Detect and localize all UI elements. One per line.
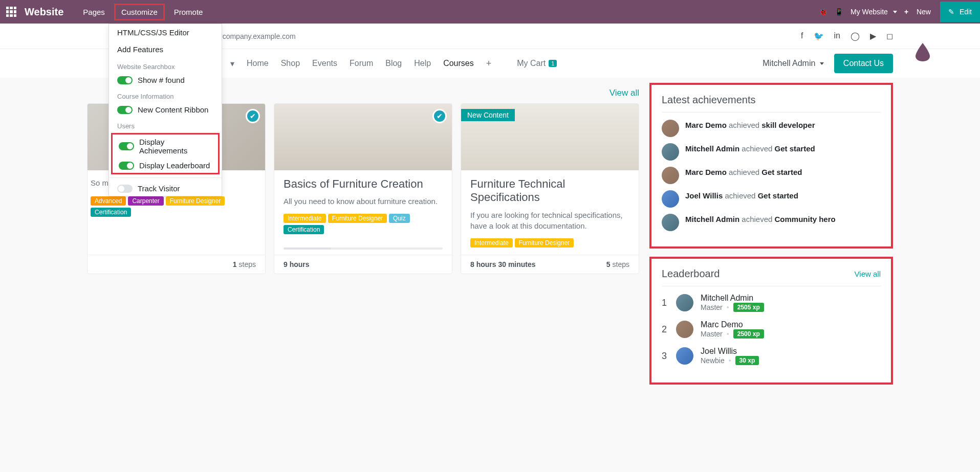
achievement-item: Mitchell Admin achieved Get started (662, 143, 881, 161)
contact-us-button[interactable]: Contact Us (834, 54, 893, 73)
new-content-ribbon: New Content (461, 109, 515, 121)
user-menu[interactable]: Mitchell Admin (763, 59, 824, 68)
xp-badge: 30 xp (735, 356, 759, 365)
tag: Advanced (91, 196, 126, 206)
tag: Furniture Designer (166, 196, 225, 206)
course-footer: 9 hours (274, 255, 452, 274)
avatar (662, 167, 679, 184)
tag: Carpenter (128, 196, 163, 206)
tag: Furniture Designer (515, 238, 574, 248)
leaderboard-item: 3 Joel Willis Newbie•30 xp (662, 347, 881, 365)
avatar (662, 143, 679, 161)
dropdown-add-features[interactable]: Add Features (109, 41, 222, 58)
achievement-item: Marc Demo achieved Get started (662, 167, 881, 184)
view-all-courses[interactable]: View all (609, 88, 639, 98)
nav-blog[interactable]: Blog (385, 59, 402, 68)
youtube-icon[interactable]: ▶ (870, 31, 876, 41)
top-menu: Pages Customize Promote (76, 4, 210, 20)
section-searchbox: Website Searchbox (109, 58, 222, 73)
new-button[interactable]: + New (904, 8, 931, 16)
highlighted-toggles: Display Achievements Display Leaderboard (111, 133, 220, 174)
github-icon[interactable]: ◯ (851, 31, 860, 41)
menu-customize[interactable]: Customize (114, 4, 165, 20)
course-tags: Advanced Carpenter Furniture Designer Ce… (91, 196, 262, 217)
customize-dropdown: HTML/CSS/JS Editor Add Features Website … (108, 24, 222, 196)
nav-events[interactable]: Events (312, 59, 337, 68)
nav-caret[interactable]: ▾ (230, 59, 234, 69)
leaderboard-list: 1 Mitchell Admin Master•2505 xp 2 Marc D… (662, 294, 881, 365)
course-desc: If you are looking for technical specifi… (470, 210, 629, 231)
apps-icon[interactable] (6, 7, 16, 17)
achievements-title: Latest achievements (662, 94, 755, 106)
menu-pages[interactable]: Pages (76, 4, 112, 20)
tag: Quiz (389, 214, 410, 223)
course-footer: 1 steps (88, 255, 265, 274)
avatar (676, 347, 693, 365)
my-website-dropdown[interactable]: My Website (851, 8, 897, 16)
mobile-icon[interactable]: 📱 (835, 8, 843, 16)
brand[interactable]: Website (25, 6, 63, 18)
section-course-info: Course Information (109, 87, 222, 102)
nav-help[interactable]: Help (414, 59, 431, 68)
check-badge-icon: ✔ (246, 109, 260, 123)
company-email: rcompany.example.com (220, 32, 296, 40)
instagram-icon[interactable]: ◻ (886, 31, 893, 41)
facebook-icon[interactable]: f (801, 31, 803, 41)
nav-forum[interactable]: Forum (350, 59, 373, 68)
course-desc: All you need to know about furniture cre… (284, 196, 443, 207)
cart-count-badge: 1 (549, 60, 557, 67)
toggle-new-content-ribbon[interactable]: New Content Ribbon (109, 102, 222, 117)
achievement-item: Marc Demo achieved skill developer (662, 120, 881, 137)
course-progress (284, 248, 443, 250)
leaderboard-panel: Leaderboard View all 1 Mitchell Admin Ma… (649, 257, 893, 385)
my-cart[interactable]: My Cart 1 (517, 59, 557, 68)
leaderboard-item: 1 Mitchell Admin Master•2505 xp (662, 294, 881, 312)
check-badge-icon: ✔ (432, 109, 447, 123)
avatar (662, 214, 679, 231)
nav-home[interactable]: Home (247, 59, 269, 68)
linkedin-icon[interactable]: in (834, 31, 840, 41)
nav-links: ▾ Home Shop Events Forum Blog Help Cours… (230, 58, 491, 69)
avatar (662, 120, 679, 137)
course-tags: Intermediate Furniture Designer Quiz Cer… (284, 214, 443, 234)
achievement-item: Joel Willis achieved Get started (662, 190, 881, 208)
leaderboard-title: Leaderboard (662, 268, 720, 280)
menu-promote[interactable]: Promote (167, 4, 210, 20)
nav-courses[interactable]: Courses (443, 59, 474, 68)
course-card-3[interactable]: New Content Furniture Technical Specific… (461, 103, 639, 274)
nav-right: Mitchell Admin Contact Us (763, 54, 893, 73)
course-image: New Content (461, 104, 639, 170)
course-card-2[interactable]: ✔ Basics of Furniture Creation All you n… (274, 103, 452, 274)
tag: Certification (91, 208, 131, 217)
avatar (662, 190, 679, 208)
nav-shop[interactable]: Shop (281, 59, 300, 68)
tag: Intermediate (284, 214, 326, 223)
edit-button[interactable]: ✎ Edit (940, 2, 980, 22)
course-title: Basics of Furniture Creation (284, 177, 443, 191)
tag: Furniture Designer (328, 214, 387, 223)
course-title: Furniture Technical Specifications (470, 177, 629, 205)
avatar (676, 321, 693, 338)
toggle-track-visitor[interactable]: Track Visitor (109, 181, 222, 196)
twitter-icon[interactable]: 🐦 (814, 31, 824, 41)
xp-badge: 2500 xp (733, 329, 764, 339)
nav-add-icon[interactable]: + (486, 58, 492, 69)
bug-icon[interactable]: 🐞 (819, 8, 827, 16)
leaderboard-view-all[interactable]: View all (855, 269, 881, 278)
sidebar: Latest achievements Marc Demo achieved s… (649, 83, 893, 393)
topbar: Website Pages Customize Promote 🐞 📱 My W… (0, 0, 980, 24)
topbar-right: 🐞 📱 My Website + New ✎ Edit (819, 8, 974, 16)
avatar (676, 294, 693, 311)
xp-badge: 2505 xp (733, 303, 764, 312)
toggle-display-leaderboard[interactable]: Display Leaderboard (113, 158, 218, 173)
dropdown-html-editor[interactable]: HTML/CSS/JS Editor (109, 24, 222, 41)
social-icons: f 🐦 in ◯ ▶ ◻ (801, 31, 893, 41)
tag: Certification (284, 225, 324, 234)
toggle-display-achievements[interactable]: Display Achievements (113, 134, 218, 158)
tag: Intermediate (470, 238, 513, 248)
achievements-panel: Latest achievements Marc Demo achieved s… (649, 83, 893, 249)
toggle-show-found[interactable]: Show # found (109, 73, 222, 87)
drop-indicator-icon (916, 43, 930, 63)
section-users: Users (109, 117, 222, 132)
achievements-list: Marc Demo achieved skill developer Mitch… (662, 120, 881, 231)
